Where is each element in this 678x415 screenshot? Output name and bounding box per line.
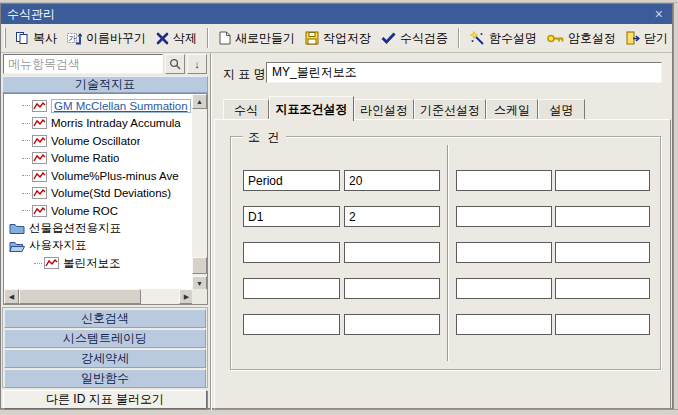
function-help-button[interactable]: 함수설명 (465, 28, 542, 49)
condition-value-input[interactable] (555, 170, 650, 191)
tree-item-volume-oscillator[interactable]: Volume Oscillator (4, 132, 193, 150)
load-other-id-button[interactable]: 다른 ID 지표 불러오기 (3, 390, 207, 409)
condition-value-input[interactable] (344, 170, 440, 191)
search-input[interactable] (3, 54, 163, 74)
condition-value-input[interactable] (344, 314, 440, 335)
chart-line-icon (44, 257, 59, 269)
condition-name-input[interactable] (456, 242, 552, 263)
horizontal-scroll-thumb[interactable] (19, 289, 141, 304)
condition-name-input[interactable] (243, 314, 340, 335)
tab-line-settings[interactable]: 라인설정 (354, 99, 414, 120)
condition-value-input[interactable] (555, 206, 650, 227)
condition-group-title: 조 건 (243, 129, 286, 146)
tab-baseline-settings[interactable]: 기준선설정 (414, 99, 486, 120)
tree-item-label: 사용자지표 (29, 238, 87, 253)
close-icon[interactable]: × (655, 5, 663, 23)
rename-icon: 가 (67, 31, 82, 45)
category-signal-search[interactable]: 신호검색 (4, 309, 206, 328)
category-header-technical-indicators[interactable]: 기술적지표 (2, 76, 208, 93)
tab-formula[interactable]: 수식 (223, 99, 269, 120)
arrow-down-icon: ↓ (194, 58, 200, 70)
check-icon (381, 32, 396, 44)
condition-tab-panel: 조 건 (214, 119, 671, 409)
wand-icon (470, 31, 485, 45)
search-next-button[interactable]: ↓ (187, 54, 207, 74)
tree-item-morris[interactable]: Morris Intraday Accumula (4, 115, 193, 133)
rename-button[interactable]: 가 이름바꾸기 (62, 28, 151, 49)
save-disk-icon (305, 31, 319, 45)
tab-description[interactable]: 설명 (538, 99, 585, 120)
search-button[interactable] (165, 54, 185, 74)
category-general-functions[interactable]: 일반함수 (4, 369, 206, 388)
panel-divider (211, 53, 212, 410)
condition-groupbox: 조 건 (230, 136, 661, 370)
tab-condition-settings[interactable]: 지표조건설정 (269, 96, 354, 121)
chart-line-icon (32, 170, 47, 182)
toolbar-separator (207, 28, 209, 48)
tree-horizontal-scrollbar[interactable]: ◀ ▶ (4, 289, 194, 304)
tree-item-label: 선물옵션전용지표 (29, 221, 121, 236)
scroll-up-icon[interactable]: ▲ (192, 94, 207, 109)
tree-item-label: Volume Oscillator (51, 135, 140, 147)
indicator-name-input[interactable] (266, 62, 662, 83)
tree-item-label: Volume%Plus-minus Ave (51, 170, 179, 182)
tab-scale[interactable]: 스케일 (486, 99, 538, 120)
condition-divider (447, 145, 449, 361)
condition-value-input[interactable] (344, 242, 440, 263)
condition-value-input[interactable] (555, 242, 650, 263)
folder-closed-icon (9, 222, 25, 234)
category-system-trading[interactable]: 시스템트레이딩 (4, 329, 206, 348)
tree-item-bollinger-aux[interactable]: 볼린저보조 (4, 255, 193, 273)
tree-folder-user-indicators[interactable]: 사용자지표 (4, 237, 193, 255)
tree-item-volume-roc[interactable]: Volume ROC (4, 202, 193, 220)
chart-line-icon (32, 187, 47, 199)
tree-item-volume-std[interactable]: Volume(Std Deviations) (4, 185, 193, 203)
tree-vertical-scrollbar[interactable]: ▲ ▼ (192, 94, 207, 291)
condition-name-input[interactable] (243, 170, 340, 191)
category-bull-bear[interactable]: 강세약세 (4, 349, 206, 368)
tree-item-gm-mcclellan[interactable]: GM McClellan Summation (4, 97, 193, 115)
toolbar: 복사 가 이름바꾸기 삭제 새로만들기 작업저장 수식검증 함수설명 (1, 24, 672, 53)
folder-open-icon (9, 240, 25, 252)
tree-item-volume-ratio[interactable]: Volume Ratio (4, 150, 193, 168)
condition-name-input[interactable] (456, 278, 552, 299)
save-button[interactable]: 작업저장 (300, 28, 376, 49)
condition-name-input[interactable] (243, 278, 340, 299)
indicator-name-label: 지 표 명 (223, 66, 266, 83)
condition-value-input[interactable] (555, 278, 650, 299)
tree-item-volume-plus-minus[interactable]: Volume%Plus-minus Ave (4, 167, 193, 185)
scrollbar-corner (192, 289, 207, 304)
verify-button[interactable]: 수식검증 (376, 28, 453, 49)
condition-name-input[interactable] (456, 170, 552, 191)
chart-line-icon (32, 205, 47, 217)
tree-item-label: Morris Intraday Accumula (51, 117, 181, 129)
condition-name-input[interactable] (243, 206, 340, 227)
search-icon (169, 58, 181, 70)
new-button[interactable]: 새로만들기 (214, 28, 300, 49)
tree-item-label: GM McClellan Summation (51, 99, 191, 113)
condition-name-input[interactable] (456, 314, 552, 335)
tree-folder-futures-options[interactable]: 선물옵션전용지표 (4, 220, 193, 238)
close-panel-button[interactable]: 닫기 (621, 28, 673, 49)
password-button[interactable]: 암호설정 (542, 28, 621, 49)
key-icon (547, 33, 564, 44)
chart-line-icon (32, 152, 47, 164)
vertical-scroll-thumb[interactable] (192, 257, 207, 274)
chart-line-icon (32, 100, 47, 112)
condition-name-input[interactable] (456, 206, 552, 227)
window-title: 수식관리 (7, 6, 55, 23)
background-right-strip (673, 3, 678, 409)
delete-button[interactable]: 삭제 (151, 28, 202, 49)
toolbar-grip[interactable] (4, 28, 6, 48)
scroll-left-icon[interactable]: ◀ (4, 289, 19, 304)
tree-item-label: Volume Ratio (51, 152, 119, 164)
condition-name-input[interactable] (243, 242, 340, 263)
condition-value-input[interactable] (555, 314, 650, 335)
condition-value-input[interactable] (344, 206, 440, 227)
condition-value-input[interactable] (344, 278, 440, 299)
tree-item-label: 볼린저보조 (63, 256, 121, 271)
tree-item-label: Volume ROC (51, 205, 118, 217)
copy-button[interactable]: 복사 (10, 28, 62, 49)
titlebar[interactable]: 수식관리 × (1, 4, 672, 24)
chart-line-icon (32, 117, 47, 129)
